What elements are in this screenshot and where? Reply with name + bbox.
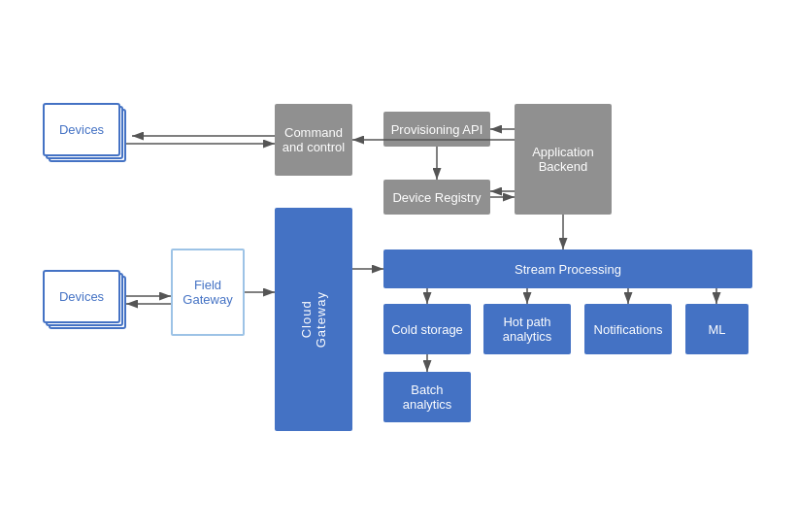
notifications-box: Notifications — [584, 304, 672, 354]
device-card-6: Devices — [43, 270, 120, 323]
cloud-gateway-box: Cloud Gateway — [275, 208, 352, 431]
command-control-box: Command and control — [275, 104, 352, 176]
application-backend-box: Application Backend — [515, 104, 612, 215]
device-registry-box: Device Registry — [383, 180, 490, 215]
devices-bottom: Devices — [43, 270, 126, 329]
provisioning-api-box: Provisioning API — [383, 112, 490, 147]
field-gateway-box: Field Gateway — [171, 249, 245, 336]
stream-processing-box: Stream Processing — [383, 249, 752, 288]
hot-path-box: Hot path analytics — [483, 304, 571, 354]
device-card-3: Devices — [43, 103, 120, 156]
devices-top: Devices — [43, 103, 126, 162]
ml-box: ML — [685, 304, 748, 354]
cold-storage-box: Cold storage — [383, 304, 471, 354]
batch-analytics-box: Batch analytics — [383, 372, 471, 422]
diagram-container: Devices Devices Field Gateway Command an… — [0, 0, 798, 532]
